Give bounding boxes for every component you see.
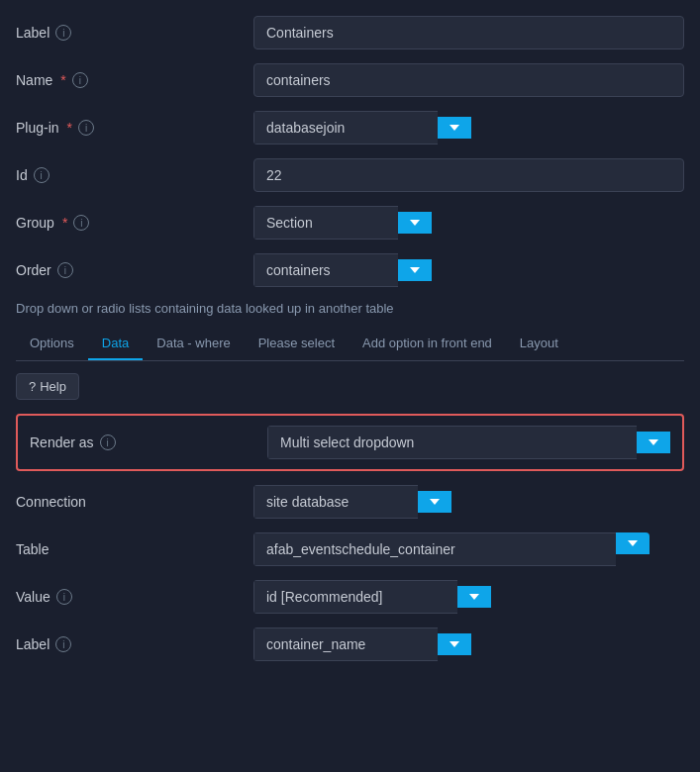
render-as-select-btn[interactable] — [637, 432, 670, 453]
order-row: Order i containers — [16, 253, 684, 287]
tab-layout[interactable]: Layout — [506, 328, 572, 360]
table-select-text: afab_eventschedule_container — [253, 532, 616, 566]
group-select-btn[interactable] — [398, 212, 432, 234]
table-chevron-icon — [628, 540, 638, 546]
group-field-label: Group * i — [16, 215, 253, 231]
value-chevron-icon — [469, 594, 479, 600]
render-as-row: Render as i Multi select dropdown — [16, 414, 684, 471]
table-select-btn[interactable] — [616, 532, 650, 554]
tabs-container: Options Data Data - where Please select … — [16, 328, 684, 361]
label-input[interactable] — [253, 16, 684, 49]
plugin-field-label: Plug-in * i — [16, 120, 253, 136]
label2-info-icon[interactable]: i — [55, 636, 71, 652]
render-as-chevron-icon — [649, 439, 658, 445]
id-input-wrapper — [253, 158, 684, 192]
value-select-text: id [Recommended] — [253, 580, 457, 614]
name-input[interactable] — [253, 63, 684, 97]
table-text: Table — [16, 541, 49, 557]
value-row: Value i id [Recommended] — [16, 580, 684, 614]
render-as-select-text: Multi select dropdown — [267, 426, 637, 459]
name-info-icon[interactable]: i — [72, 72, 88, 88]
help-label: Help — [40, 379, 66, 394]
value-select-wrapper: id [Recommended] — [253, 580, 684, 614]
order-chevron-icon — [410, 267, 420, 273]
order-text: Order — [16, 262, 51, 278]
connection-row: Connection site database — [16, 485, 684, 519]
plugin-info-icon[interactable]: i — [78, 120, 94, 136]
label-row: Label i — [16, 16, 684, 49]
tab-add-option[interactable]: Add option in front end — [349, 328, 506, 360]
id-info-icon[interactable]: i — [34, 167, 50, 183]
label2-label: Label i — [16, 636, 253, 652]
connection-text: Connection — [16, 494, 86, 510]
plugin-select-wrapper: databasejoin — [253, 111, 684, 145]
label2-row: Label i container_name — [16, 627, 684, 661]
plugin-required: * — [67, 120, 72, 136]
label-text: Label — [16, 25, 50, 41]
group-chevron-icon — [410, 220, 420, 226]
label2-text: Label — [16, 636, 50, 652]
render-as-label: Render as i — [30, 434, 267, 450]
label2-select-btn[interactable] — [438, 633, 471, 655]
plugin-select-text: databasejoin — [253, 111, 438, 145]
render-as-info-icon[interactable]: i — [100, 434, 116, 450]
value-label: Value i — [16, 589, 253, 605]
tab-options[interactable]: Options — [16, 328, 88, 360]
order-info-icon[interactable]: i — [57, 262, 73, 278]
id-input — [253, 158, 684, 192]
table-label: Table — [16, 541, 253, 557]
label-field-label: Label i — [16, 25, 253, 41]
order-select-text: containers — [253, 253, 398, 287]
plugin-chevron-icon — [450, 125, 459, 131]
label2-chevron-icon — [450, 641, 459, 647]
label-info-icon[interactable]: i — [55, 25, 71, 41]
label-input-wrapper — [253, 16, 684, 49]
order-field-label: Order i — [16, 262, 253, 278]
name-input-wrapper — [253, 63, 684, 97]
plugin-row: Plug-in * i databasejoin — [16, 111, 684, 145]
name-row: Name * i — [16, 63, 684, 97]
order-select-wrapper: containers — [253, 253, 684, 287]
id-row: Id i — [16, 158, 684, 192]
table-row: Table afab_eventschedule_container — [16, 532, 684, 566]
tab-data[interactable]: Data — [88, 328, 143, 360]
id-text: Id — [16, 167, 28, 183]
value-select-btn[interactable] — [457, 586, 491, 608]
name-text: Name — [16, 72, 52, 88]
table-select-wrapper: afab_eventschedule_container — [253, 532, 684, 566]
group-row: Group * i Section — [16, 206, 684, 240]
value-text: Value — [16, 589, 50, 605]
connection-chevron-icon — [430, 499, 440, 505]
tab-please-select[interactable]: Please select — [245, 328, 349, 360]
group-text: Group — [16, 215, 54, 231]
plugin-text: Plug-in — [16, 120, 59, 136]
label2-select-wrapper: container_name — [253, 627, 684, 661]
tab-data-where[interactable]: Data - where — [143, 328, 244, 360]
help-button[interactable]: ? Help — [16, 373, 79, 400]
group-required: * — [62, 215, 67, 231]
connection-select-wrapper: site database — [253, 485, 684, 519]
order-select-btn[interactable] — [398, 259, 432, 281]
id-field-label: Id i — [16, 167, 253, 183]
help-question-icon: ? — [29, 379, 36, 394]
group-select-wrapper: Section — [253, 206, 684, 240]
plugin-select-btn[interactable] — [438, 117, 471, 139]
value-info-icon[interactable]: i — [56, 589, 72, 605]
name-field-label: Name * i — [16, 72, 253, 88]
group-select-text: Section — [253, 206, 398, 240]
label2-select-text: container_name — [253, 627, 438, 661]
render-as-text: Render as — [30, 434, 94, 450]
render-as-select-wrapper: Multi select dropdown — [267, 426, 670, 459]
group-info-icon[interactable]: i — [73, 215, 89, 231]
description-text: Drop down or radio lists containing data… — [16, 301, 684, 316]
connection-select-btn[interactable] — [418, 491, 451, 513]
connection-label: Connection — [16, 494, 253, 510]
name-required: * — [60, 72, 65, 88]
connection-select-text: site database — [253, 485, 418, 519]
